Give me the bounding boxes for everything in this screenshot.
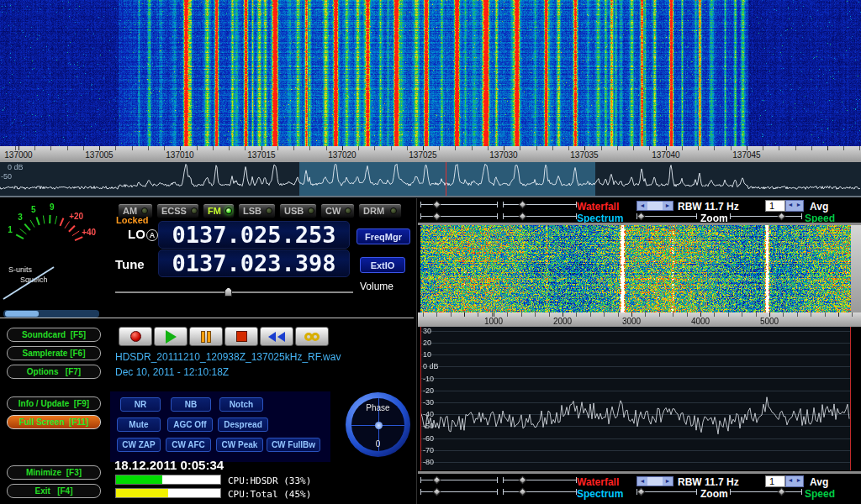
- avg-count-select-bottom[interactable]: 1◄►: [765, 475, 804, 487]
- minimize-button-label: Minimize [F3]: [26, 468, 82, 477]
- extio-button[interactable]: ExtIO: [360, 257, 405, 273]
- volume-label: Volume: [360, 281, 394, 292]
- rf-frequency-scale[interactable]: 1000 2000 3000 4000 5000: [418, 312, 861, 327]
- options-button-label: Options [F7]: [27, 367, 81, 376]
- scroll-thumb[interactable]: [647, 202, 663, 210]
- recording-filename: HDSDR_20111210_120938Z_137025kHz_RF.wav: [115, 351, 341, 363]
- slider-thumb[interactable]: [519, 213, 527, 221]
- cw-peak-button[interactable]: CW Peak: [216, 438, 263, 452]
- mute-button[interactable]: Mute: [117, 417, 161, 432]
- notch-button[interactable]: Notch: [219, 397, 263, 412]
- mode-lsb-label: LSB: [243, 207, 261, 216]
- scroll-left-icon[interactable]: ◄: [786, 476, 795, 486]
- agc-button[interactable]: AGC Off: [167, 417, 213, 432]
- tune-frequency-display[interactable]: 0137.023.398: [158, 249, 350, 277]
- lo-lock-badge[interactable]: A: [146, 229, 158, 241]
- mode-drm-button[interactable]: DRM: [358, 203, 402, 218]
- slider-thumb[interactable]: [519, 476, 527, 485]
- rf-spectrum-display[interactable]: [420, 327, 851, 470]
- main-spectrum-display[interactable]: [0, 162, 861, 196]
- rewind-button[interactable]: [260, 327, 293, 346]
- record-button[interactable]: [119, 327, 152, 346]
- info-update-button[interactable]: Info / Update [F9]: [7, 396, 101, 411]
- spectrum-offset-slider-top[interactable]: [503, 212, 577, 221]
- slider-thumb[interactable]: [519, 201, 527, 209]
- spectrum-scroll-bottom[interactable]: ◄►: [637, 476, 673, 486]
- samplerate-button[interactable]: Samplerate [F6]: [7, 346, 101, 360]
- scroll-right-icon[interactable]: ►: [795, 476, 803, 486]
- nr-button[interactable]: NR: [120, 397, 161, 412]
- slider-thumb[interactable]: [433, 201, 441, 209]
- waterfall-contrast-slider-bottom[interactable]: [503, 475, 577, 485]
- squelch-slider[interactable]: [3, 310, 99, 318]
- main-waterfall-display[interactable]: [0, 0, 861, 146]
- despread-button[interactable]: Despread: [218, 417, 268, 432]
- volume-slider-thumb[interactable]: [224, 287, 232, 297]
- soundcard-button[interactable]: Soundcard [F5]: [7, 328, 101, 342]
- waterfall-contrast-slider-top[interactable]: [503, 200, 577, 209]
- play-button[interactable]: [154, 327, 188, 346]
- lo-frequency-display[interactable]: 0137.025.253: [158, 221, 350, 249]
- pause-button[interactable]: [189, 327, 223, 346]
- avg-scrollbar[interactable]: ◄►: [785, 475, 804, 487]
- slider-thumb[interactable]: [637, 488, 646, 496]
- db-axis-label: 30: [423, 328, 431, 335]
- exit-button[interactable]: Exit [F4]: [7, 484, 101, 498]
- cw-zap-button[interactable]: CW ZAP: [117, 438, 161, 452]
- spectrum-offset-slider-bottom[interactable]: [503, 487, 577, 496]
- mode-usb-button[interactable]: USB: [279, 203, 317, 218]
- zoom-slider-bottom[interactable]: [637, 487, 697, 496]
- full-screen-button[interactable]: Full Screen [F11]: [7, 415, 101, 429]
- speed-slider-top[interactable]: [730, 212, 802, 221]
- volume-slider[interactable]: [115, 286, 353, 297]
- cw-afc-button[interactable]: CW AFC: [166, 438, 211, 452]
- speed-slider-bottom[interactable]: [730, 487, 802, 496]
- loop-icon: [311, 333, 320, 341]
- scroll-right-icon[interactable]: ►: [663, 202, 673, 210]
- zoom-label-bottom: Zoom: [700, 489, 728, 499]
- slider-thumb[interactable]: [433, 488, 441, 496]
- mode-ecss-button[interactable]: ECSS: [156, 203, 199, 218]
- db-axis-label: -50: [423, 423, 434, 430]
- scroll-right-icon[interactable]: ►: [795, 201, 803, 211]
- scroll-left-icon[interactable]: ◄: [637, 202, 647, 210]
- main-frequency-scale[interactable]: 137000 137005 137010 137015 137020 13702…: [0, 146, 861, 162]
- spectrum-range-slider-top[interactable]: [420, 212, 498, 221]
- freqmgr-button[interactable]: FreqMgr: [357, 228, 410, 244]
- spectrum-range-slider-bottom[interactable]: [420, 487, 498, 496]
- mode-lsb-button[interactable]: LSB: [238, 203, 276, 218]
- slider-thumb[interactable]: [433, 476, 441, 485]
- options-button[interactable]: Options [F7]: [7, 365, 101, 379]
- slider-thumb[interactable]: [778, 213, 786, 221]
- cw-fullbw-button-label: CW FullBw: [272, 440, 315, 449]
- scale-label: 137005: [85, 150, 113, 160]
- spectrum-label-bottom: Spectrum: [577, 489, 623, 499]
- scroll-left-icon[interactable]: ◄: [637, 477, 647, 486]
- scroll-right-icon[interactable]: ►: [663, 477, 673, 486]
- waterfall-brightness-slider-top[interactable]: [420, 200, 498, 209]
- db-minus50-label: -50: [1, 173, 12, 181]
- avg-scrollbar[interactable]: ◄►: [785, 200, 804, 212]
- rf-waterfall-display[interactable]: [420, 225, 851, 312]
- cpu-hdsdr-text: CPU:HDSDR (33%): [228, 475, 311, 486]
- zoom-slider-top[interactable]: [637, 212, 697, 221]
- cw-fullbw-button[interactable]: CW FullBw: [267, 438, 320, 452]
- slider-thumb[interactable]: [433, 213, 441, 221]
- slider-thumb[interactable]: [519, 488, 527, 496]
- mode-cw-button[interactable]: CW: [320, 203, 355, 218]
- slider-thumb[interactable]: [778, 488, 786, 496]
- slider-thumb[interactable]: [637, 213, 646, 221]
- stop-button[interactable]: [224, 327, 258, 346]
- waterfall-brightness-slider-bottom[interactable]: [420, 475, 498, 485]
- minimize-button[interactable]: Minimize [F3]: [7, 465, 101, 480]
- scroll-left-icon[interactable]: ◄: [786, 201, 795, 211]
- scroll-thumb[interactable]: [647, 477, 663, 486]
- spectrum-scroll-top[interactable]: ◄►: [637, 201, 673, 211]
- mode-fm-button[interactable]: FM: [203, 203, 235, 218]
- lo-frequency-value: 0137.025.253: [172, 222, 335, 248]
- nb-button[interactable]: NB: [171, 397, 211, 412]
- loop-button[interactable]: [295, 327, 329, 346]
- squelch-slider-thumb[interactable]: [5, 311, 39, 317]
- avg-count-select-top[interactable]: 1◄►: [765, 200, 804, 212]
- nb-button-label: NB: [185, 400, 197, 409]
